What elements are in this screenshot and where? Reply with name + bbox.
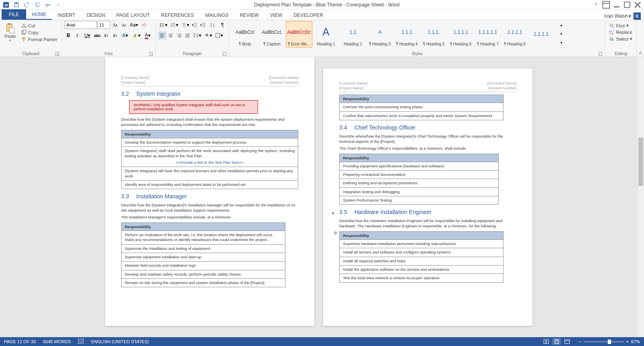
justify-icon[interactable] — [184, 31, 192, 39]
dialog-launcher-icon[interactable] — [55, 52, 59, 56]
style-item[interactable]: 1.1.1.¶ Heading 5 — [421, 21, 447, 47]
superscript-icon[interactable]: x2 — [111, 31, 119, 39]
format-painter-button[interactable]: Format Painter — [19, 36, 59, 43]
dialog-launcher-icon[interactable] — [599, 52, 603, 56]
clear-formatting-icon[interactable]: A — [140, 21, 148, 29]
styles-gallery[interactable]: AaBbCcI¶ BodyAaBbCcL¶ CaptionAaBbCcDc¶ E… — [232, 21, 555, 49]
table-move-icon[interactable]: ✥ — [334, 231, 337, 236]
tab-view[interactable]: VIEW — [264, 11, 288, 20]
align-right-icon[interactable] — [175, 31, 183, 39]
undo-icon[interactable] — [23, 1, 31, 9]
subscript-icon[interactable]: x2 — [102, 31, 110, 39]
tab-design[interactable]: DESIGN — [81, 11, 111, 20]
highlight-icon[interactable]: ▾ — [131, 31, 142, 39]
select-button[interactable]: Select ▾ — [608, 36, 634, 42]
print-layout-icon[interactable] — [553, 338, 561, 345]
tab-developer[interactable]: DEVELOPER — [288, 11, 328, 20]
zoom-slider[interactable] — [584, 341, 624, 342]
copy-button[interactable]: Copy — [19, 29, 59, 36]
zoom-thumb[interactable] — [608, 340, 611, 344]
numbering-icon[interactable]: 123▾ — [169, 21, 180, 29]
word-count[interactable]: 5045 WORDS — [43, 339, 71, 344]
redo-icon[interactable] — [33, 1, 42, 9]
document-area[interactable]: [Company Name] [Project Name] [Document … — [0, 57, 638, 340]
style-item[interactable]: AHeading 1 — [313, 21, 339, 47]
scrollbar-thumb[interactable] — [638, 138, 643, 186]
increase-indent-icon[interactable] — [199, 21, 207, 29]
find-button[interactable]: Find ▾ — [608, 23, 634, 29]
style-item[interactable]: AaBbCcI¶ Body — [232, 21, 258, 47]
tab-insert[interactable]: INSERT — [52, 11, 81, 20]
align-center-icon[interactable] — [167, 31, 175, 39]
strikethrough-icon[interactable]: abc — [93, 31, 101, 39]
change-case-icon[interactable]: Aa▾ — [129, 21, 139, 29]
italic-icon[interactable]: I — [73, 31, 81, 39]
bullets-icon[interactable]: ▾ — [158, 21, 169, 29]
styles-more-icon[interactable]: ▼ — [557, 39, 566, 47]
style-item[interactable]: A¶ Heading 3 — [367, 21, 393, 47]
help-icon[interactable]: ? — [591, 1, 601, 9]
tab-file[interactable]: FILE — [2, 9, 26, 20]
bold-icon[interactable]: B — [64, 31, 72, 39]
language-indicator[interactable]: ENGLISH (UNITED STATES) — [91, 339, 149, 344]
user-account[interactable]: Ivan Walsh ▾ K — [604, 12, 644, 20]
tab-home[interactable]: HOME — [26, 10, 52, 20]
grow-font-icon[interactable]: A▴ — [111, 21, 119, 29]
collapse-ribbon-icon[interactable]: ᐱ — [637, 20, 644, 57]
dialog-launcher-icon[interactable] — [223, 52, 227, 56]
underline-icon[interactable]: U▾ — [82, 31, 93, 39]
style-item[interactable]: 1.1.1.1¶ Heading 8 — [502, 21, 528, 47]
text-effects-icon[interactable]: A▾ — [120, 31, 130, 39]
dialog-launcher-icon[interactable] — [149, 52, 153, 56]
page-right: [Company Name] [Project Name] [Document … — [323, 68, 533, 326]
replace-button[interactable]: abacReplace — [608, 29, 634, 35]
styles-up-icon[interactable]: ▲ — [557, 21, 566, 29]
show-marks-icon[interactable]: ¶ — [219, 21, 227, 29]
style-item[interactable]: 1.1.1.1¶ Heading 6 — [448, 21, 474, 47]
proofing-icon[interactable] — [78, 338, 84, 345]
multilevel-list-icon[interactable]: ▾ — [180, 21, 190, 29]
responsibility-table-2: Responsibility Perform an evaluation of … — [121, 222, 285, 287]
qat-more-icon[interactable] — [54, 1, 63, 9]
decrease-indent-icon[interactable] — [191, 21, 199, 29]
tab-review[interactable]: REVIEW — [234, 11, 264, 20]
tab-page-layout[interactable]: PAGE LAYOUT — [111, 11, 155, 20]
word-icon[interactable]: W — [2, 1, 10, 9]
read-mode-icon[interactable] — [542, 338, 550, 345]
tab-references[interactable]: REFERENCES — [155, 11, 200, 20]
line-spacing-icon[interactable]: ▾ — [192, 31, 202, 39]
zoom-in-icon[interactable]: + — [626, 339, 629, 344]
style-item[interactable]: 1.1Heading 2 — [340, 21, 366, 47]
ribbon-options-icon[interactable] — [601, 1, 611, 9]
minimize-icon[interactable] — [612, 1, 621, 9]
borders-icon[interactable]: ▾ — [214, 31, 224, 39]
page-indicator[interactable]: PAGE 11 OF 33 — [4, 339, 36, 344]
font-color-icon[interactable]: A▾ — [142, 31, 153, 39]
style-item[interactable]: 1.1.1¶ Heading 4 — [394, 21, 420, 47]
style-item[interactable]: 1.1.1.1. — [528, 21, 555, 47]
maximize-icon[interactable] — [622, 1, 632, 9]
zoom-level[interactable]: 67% — [631, 339, 640, 344]
outline-marker-icon[interactable]: ◄ — [330, 210, 335, 215]
svg-point-30 — [610, 24, 613, 27]
web-layout-icon[interactable] — [563, 338, 571, 345]
align-left-icon[interactable] — [158, 31, 166, 39]
spelling-icon[interactable]: abc — [43, 1, 52, 9]
close-icon[interactable] — [633, 1, 642, 9]
sort-icon[interactable]: AZ — [208, 21, 218, 29]
font-name-input[interactable] — [64, 21, 97, 29]
save-icon[interactable] — [12, 1, 21, 9]
style-item[interactable]: AaBbCcL¶ Caption — [259, 21, 285, 47]
styles-down-icon[interactable]: ▼ — [557, 30, 566, 38]
style-item[interactable]: 1.1.1.1.1¶ Heading 7 — [475, 21, 501, 47]
style-item[interactable]: AaBbCcDc¶ Error Me... — [286, 21, 312, 47]
shrink-font-icon[interactable]: A▾ — [120, 21, 128, 29]
cut-button[interactable]: Cut — [19, 23, 59, 29]
font-size-input[interactable] — [97, 21, 110, 29]
paste-button[interactable]: Paste ▾ — [2, 21, 18, 42]
zoom-out-icon[interactable]: − — [578, 339, 581, 344]
tab-mailings[interactable]: MAILINGS — [200, 11, 234, 20]
view-buttons — [542, 338, 571, 345]
vertical-scrollbar[interactable] — [638, 57, 644, 340]
shading-icon[interactable]: ▾ — [203, 31, 213, 39]
